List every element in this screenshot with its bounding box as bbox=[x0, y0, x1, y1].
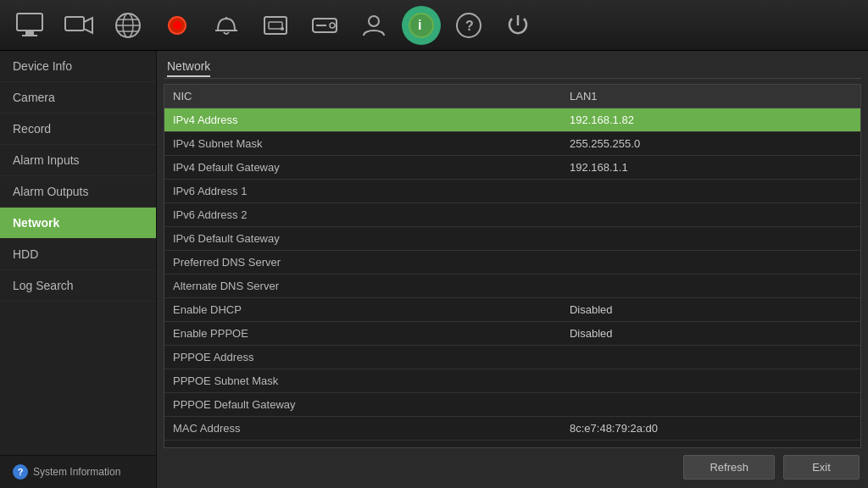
exit-button[interactable]: Exit bbox=[783, 455, 860, 480]
system-info-icon: ? bbox=[13, 464, 28, 480]
table-row: PPPOE Subnet Mask bbox=[164, 369, 860, 393]
table-cell-value bbox=[561, 274, 860, 298]
table-cell-value bbox=[561, 369, 860, 393]
sidebar: Device Info Camera Record Alarm Inputs A… bbox=[0, 51, 157, 488]
table-cell-label: PPPOE Address bbox=[164, 346, 561, 369]
svg-point-18 bbox=[330, 23, 335, 28]
sidebar-footer: ? System Information bbox=[0, 455, 156, 488]
svg-rect-3 bbox=[65, 17, 84, 30]
table-cell-label: Enable DHCP bbox=[164, 298, 561, 322]
col-lan1-header: LAN1 bbox=[561, 85, 860, 108]
svg-point-16 bbox=[281, 27, 284, 30]
table-cell-label: PPPOE Default Gateway bbox=[164, 393, 561, 417]
svg-rect-1 bbox=[25, 31, 34, 35]
live-view-icon[interactable] bbox=[8, 4, 51, 47]
svg-rect-2 bbox=[22, 35, 37, 36]
table-cell-label: IPv6 Address 2 bbox=[164, 203, 561, 227]
table-cell-value bbox=[561, 251, 860, 274]
table-cell-label: IPv4 Default Gateway bbox=[164, 156, 561, 180]
table-cell-value: Disabled bbox=[561, 322, 860, 346]
record-toolbar-icon[interactable] bbox=[156, 4, 198, 47]
table-cell-value bbox=[561, 346, 860, 369]
info-icon[interactable]: i bbox=[402, 6, 441, 45]
table-row: Server Port8000 bbox=[164, 441, 860, 448]
refresh-button[interactable]: Refresh bbox=[683, 455, 775, 480]
table-cell-value: 8c:e7:48:79:2a:d0 bbox=[561, 417, 860, 441]
table-cell-value: 192.168.1.82 bbox=[561, 108, 860, 132]
sidebar-item-hdd[interactable]: HDD bbox=[0, 239, 156, 270]
main-layout: Device Info Camera Record Alarm Inputs A… bbox=[0, 51, 868, 488]
power-icon[interactable] bbox=[497, 4, 539, 47]
table-cell-value bbox=[561, 203, 860, 227]
globe-icon[interactable] bbox=[107, 4, 149, 47]
sidebar-item-alarm-outputs[interactable]: Alarm Outputs bbox=[0, 176, 156, 208]
table-cell-label: IPv4 Subnet Mask bbox=[164, 132, 561, 156]
table-cell-value: Disabled bbox=[561, 298, 860, 322]
bottom-bar: Refresh Exit bbox=[164, 448, 861, 481]
sidebar-item-alarm-inputs[interactable]: Alarm Inputs bbox=[0, 145, 156, 176]
table-cell-label: IPv6 Address 1 bbox=[164, 180, 561, 203]
table-cell-value: 255.255.255.0 bbox=[561, 132, 860, 156]
svg-rect-15 bbox=[269, 22, 282, 29]
table-row: PPPOE Address bbox=[164, 346, 860, 369]
svg-marker-4 bbox=[84, 18, 92, 33]
content-header: Network bbox=[164, 58, 861, 79]
table-row: IPv4 Address192.168.1.82 bbox=[164, 108, 860, 132]
sidebar-item-record[interactable]: Record bbox=[0, 114, 156, 145]
table-cell-value bbox=[561, 393, 860, 417]
table-cell-label: MAC Address bbox=[164, 417, 561, 441]
content-area: Network NIC LAN1 IPv4 Address192.168.1.8… bbox=[157, 51, 868, 488]
backup-icon[interactable] bbox=[254, 4, 297, 47]
table-cell-label: Alternate DNS Server bbox=[164, 274, 561, 298]
sidebar-item-device-info[interactable]: Device Info bbox=[0, 51, 156, 82]
user-icon[interactable] bbox=[353, 4, 395, 47]
table-cell-value: 192.168.1.1 bbox=[561, 156, 860, 180]
table-row: IPv6 Address 1 bbox=[164, 180, 860, 203]
sidebar-item-log-search[interactable]: Log Search bbox=[0, 270, 156, 302]
table-cell-value: 8000 bbox=[561, 441, 860, 448]
svg-rect-0 bbox=[17, 14, 42, 30]
table-row: Enable PPPOEDisabled bbox=[164, 322, 860, 346]
table-scroll[interactable]: NIC LAN1 IPv4 Address192.168.1.82IPv4 Su… bbox=[164, 85, 860, 447]
toolbar: i ? bbox=[0, 0, 868, 51]
table-cell-label: PPPOE Subnet Mask bbox=[164, 369, 561, 393]
table-row: IPv4 Subnet Mask255.255.255.0 bbox=[164, 132, 860, 156]
sidebar-item-network[interactable]: Network bbox=[0, 208, 156, 239]
table-row: MAC Address8c:e7:48:79:2a:d0 bbox=[164, 417, 860, 441]
table-cell-value bbox=[561, 180, 860, 203]
svg-point-11 bbox=[173, 21, 181, 30]
playback-icon[interactable] bbox=[58, 4, 100, 47]
svg-point-20 bbox=[369, 16, 379, 26]
hdd-toolbar-icon[interactable] bbox=[303, 4, 346, 47]
svg-rect-14 bbox=[264, 17, 287, 34]
table-cell-label: Preferred DNS Server bbox=[164, 251, 561, 274]
system-information-label: System Information bbox=[33, 466, 120, 478]
alarm-icon[interactable] bbox=[205, 4, 248, 47]
table-body: IPv4 Address192.168.1.82IPv4 Subnet Mask… bbox=[164, 108, 860, 448]
page-title: Network bbox=[167, 59, 210, 77]
table-row: Preferred DNS Server bbox=[164, 251, 860, 274]
table-row: IPv6 Address 2 bbox=[164, 203, 860, 227]
table-row: PPPOE Default Gateway bbox=[164, 393, 860, 417]
table-row: Enable DHCPDisabled bbox=[164, 298, 860, 322]
table-cell-label: IPv6 Default Gateway bbox=[164, 227, 561, 251]
table-cell-label: IPv4 Address bbox=[164, 108, 561, 132]
table-cell-value bbox=[561, 227, 860, 251]
table-row: IPv6 Default Gateway bbox=[164, 227, 860, 251]
svg-text:?: ? bbox=[465, 19, 474, 33]
table-cell-label: Server Port bbox=[164, 441, 561, 448]
col-nic-header: NIC bbox=[164, 85, 561, 108]
network-table: NIC LAN1 IPv4 Address192.168.1.82IPv4 Su… bbox=[164, 84, 861, 448]
sidebar-item-camera[interactable]: Camera bbox=[0, 82, 156, 114]
help-icon[interactable]: ? bbox=[448, 4, 490, 47]
svg-text:i: i bbox=[418, 18, 421, 32]
table-row: Alternate DNS Server bbox=[164, 274, 860, 298]
table-cell-label: Enable PPPOE bbox=[164, 322, 561, 346]
network-info-table: NIC LAN1 IPv4 Address192.168.1.82IPv4 Su… bbox=[164, 85, 860, 447]
table-row: IPv4 Default Gateway192.168.1.1 bbox=[164, 156, 860, 180]
